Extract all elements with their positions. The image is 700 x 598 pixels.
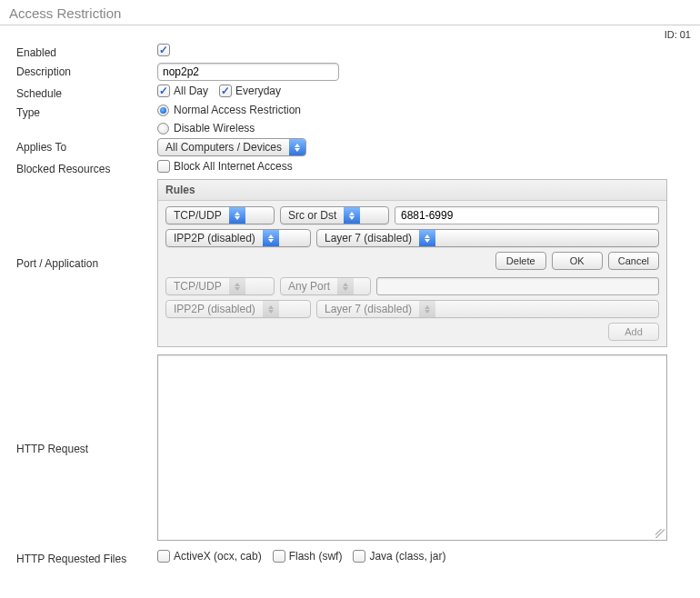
resize-grip-icon[interactable]	[655, 529, 665, 538]
label-type: Type	[16, 104, 157, 119]
rules-box: Rules TCP/UDP Src or Dst	[157, 179, 667, 347]
schedule-allday-label: All Day	[174, 85, 208, 97]
type-normal-label: Normal Access Restriction	[174, 104, 301, 116]
updown-icon	[229, 278, 245, 294]
select-value: Src or Dst	[281, 207, 344, 224]
label-blocked: Blocked Resources	[16, 160, 157, 175]
rule-cancel-button[interactable]: Cancel	[608, 252, 659, 270]
checkbox-icon	[157, 550, 170, 563]
updown-icon	[337, 278, 354, 294]
rule1-ports-input[interactable]	[395, 206, 659, 224]
radio-icon	[157, 105, 169, 116]
select-value: Any Port	[281, 278, 337, 294]
block-all-label: Block All Internet Access	[174, 160, 293, 173]
rule1-layer7-select[interactable]: Layer 7 (disabled)	[316, 229, 659, 247]
updown-icon	[289, 139, 305, 155]
http-files-java-checkbox[interactable]: Java (class, jar)	[353, 550, 445, 563]
activex-label: ActiveX (ocx, cab)	[174, 550, 262, 563]
rule1-dir-select[interactable]: Src or Dst	[280, 206, 389, 224]
checkbox-icon	[273, 550, 285, 563]
applies-to-select[interactable]: All Computers / Devices	[157, 138, 306, 156]
java-label: Java (class, jar)	[369, 550, 445, 563]
rule2-ipp2p-select: IPP2P (disabled)	[165, 300, 311, 318]
label-port-app-text: Port / Application	[16, 257, 98, 270]
rule2-proto-select: TCP/UDP	[165, 277, 275, 295]
schedule-everyday-label: Everyday	[235, 85, 281, 97]
label-applies-to: Applies To	[16, 138, 157, 154]
description-input[interactable]	[157, 63, 339, 81]
select-value: TCP/UDP	[166, 278, 229, 294]
rule-delete-button[interactable]: Delete	[495, 252, 546, 270]
type-normal-radio[interactable]: Normal Access Restriction	[157, 104, 301, 116]
label-schedule: Schedule	[16, 85, 157, 100]
enabled-checkbox[interactable]	[157, 44, 174, 56]
checkbox-icon	[157, 44, 170, 56]
label-port-app: Port / Application	[16, 254, 157, 272]
type-disable-label: Disable Wireless	[174, 122, 255, 135]
page-title: Access Restriction	[0, 0, 700, 25]
label-enabled: Enabled	[16, 44, 157, 59]
http-request-textarea[interactable]	[157, 354, 667, 541]
select-value: Layer 7 (disabled)	[317, 301, 419, 317]
checkbox-icon	[353, 550, 365, 563]
http-files-activex-checkbox[interactable]: ActiveX (ocx, cab)	[157, 550, 262, 563]
label-description: Description	[16, 63, 157, 78]
rule2-ports-input	[376, 277, 659, 295]
select-value: All Computers / Devices	[158, 139, 289, 155]
rule2-layer7-select: Layer 7 (disabled)	[316, 300, 659, 318]
updown-icon	[344, 207, 360, 224]
checkbox-icon	[219, 85, 232, 97]
flash-label: Flash (swf)	[289, 550, 343, 563]
id-label: ID: 01	[0, 25, 700, 40]
checkbox-icon	[157, 160, 170, 173]
rule-ok-button[interactable]: OK	[552, 252, 603, 270]
rule-add-button: Add	[608, 323, 659, 341]
http-files-flash-checkbox[interactable]: Flash (swf)	[273, 550, 343, 563]
rule1-proto-select[interactable]: TCP/UDP	[165, 206, 275, 224]
updown-icon	[263, 301, 279, 317]
schedule-allday-checkbox[interactable]: All Day	[157, 85, 208, 97]
schedule-everyday-checkbox[interactable]: Everyday	[219, 85, 281, 97]
checkbox-icon	[157, 85, 170, 97]
updown-icon	[419, 301, 435, 317]
label-http-files: HTTP Requested Files	[16, 550, 157, 565]
label-http-request: HTTP Request	[16, 440, 157, 455]
rule2-dir-select: Any Port	[280, 277, 371, 295]
updown-icon	[229, 207, 245, 224]
updown-icon	[263, 230, 279, 246]
type-disable-wireless-radio[interactable]: Disable Wireless	[157, 122, 255, 135]
form: Enabled Description Schedule All Day Eve…	[0, 44, 700, 578]
radio-icon	[157, 123, 169, 135]
select-value: IPP2P (disabled)	[166, 301, 263, 317]
block-all-checkbox[interactable]: Block All Internet Access	[157, 160, 293, 173]
select-value: IPP2P (disabled)	[166, 230, 263, 246]
rule1-ipp2p-select[interactable]: IPP2P (disabled)	[165, 229, 311, 247]
select-value: TCP/UDP	[166, 207, 229, 224]
updown-icon	[419, 230, 435, 246]
rules-header: Rules	[158, 180, 666, 201]
select-value: Layer 7 (disabled)	[317, 230, 419, 246]
